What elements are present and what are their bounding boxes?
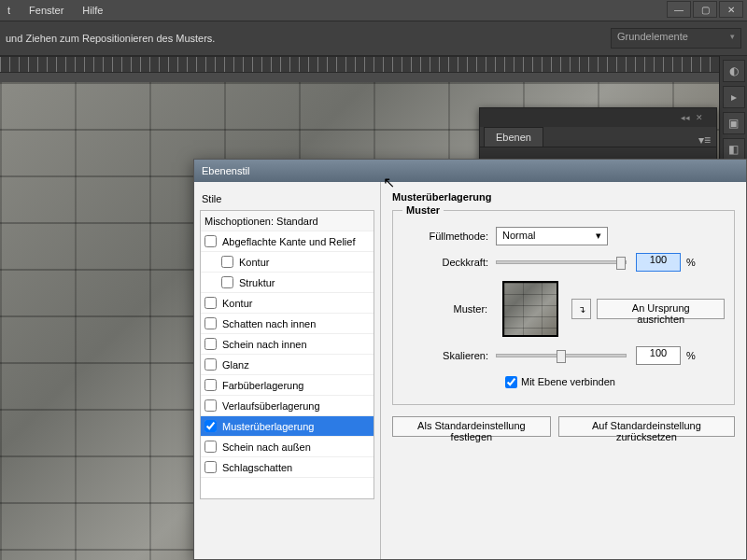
style-checkbox[interactable] [204, 399, 217, 412]
panel-menu-icon[interactable]: ▾≡ [698, 133, 711, 147]
dialog-titlebar[interactable]: Ebenenstil [194, 160, 746, 182]
reset-default-button[interactable]: Auf Standardeinstellung zurücksetzen [558, 416, 735, 437]
style-label: Schatten nach innen [222, 318, 316, 329]
blend-mode-label: Füllmethode: [402, 231, 496, 242]
style-checkbox[interactable] [204, 338, 217, 350]
options-bar: und Ziehen zum Repositionieren des Muste… [0, 21, 747, 56]
dialog-title: Ebenenstil [202, 165, 249, 176]
style-checkbox[interactable] [221, 276, 233, 288]
options-hint: und Ziehen zum Repositionieren des Muste… [6, 33, 215, 44]
tool-icon[interactable]: ▣ [723, 112, 745, 134]
ruler-horizontal [0, 56, 747, 73]
style-checkbox[interactable] [204, 420, 217, 432]
menubar[interactable]: t Fenster Hilfe [0, 0, 747, 21]
percent-label: % [686, 350, 696, 361]
minimize-button[interactable]: — [667, 1, 691, 18]
style-label: Glanz [222, 359, 249, 371]
make-default-button[interactable]: Als Standardeinstellung festlegen [392, 416, 551, 437]
style-checkbox[interactable] [204, 441, 217, 453]
style-label: Musterüberlagerung [222, 421, 314, 432]
blend-mode-select[interactable]: Normal [496, 227, 608, 245]
opacity-input[interactable]: 100 [636, 253, 681, 272]
style-item[interactable]: Schein nach außen [201, 437, 374, 457]
blending-options-row[interactable]: Mischoptionen: Standard [201, 211, 374, 231]
menu-item-fenster[interactable]: Fenster [29, 5, 63, 16]
style-label: Schlagschatten [222, 462, 292, 473]
styles-label: Stile [200, 189, 374, 210]
style-checkbox[interactable] [204, 358, 217, 371]
style-checkbox[interactable] [204, 379, 217, 391]
style-checkbox[interactable] [204, 297, 217, 309]
style-checkbox[interactable] [204, 235, 217, 247]
pattern-swatch[interactable] [502, 281, 558, 337]
styles-box[interactable]: Mischoptionen: StandardAbgeflachte Kante… [200, 210, 374, 499]
style-item[interactable]: Struktur [201, 273, 374, 293]
style-label: Schein nach außen [222, 441, 311, 453]
pattern-group: Muster Füllmethode: Normal Deckkraft: 10… [392, 204, 735, 405]
workspace-dropdown[interactable]: Grundelemente [611, 28, 741, 49]
section-title: Musterüberlagerung [392, 191, 735, 203]
dialog-settings: Musterüberlagerung Muster Füllmethode: N… [381, 182, 746, 559]
scale-input[interactable]: 100 [636, 346, 681, 365]
close-button[interactable]: ✕ [719, 1, 743, 18]
style-label: Verlaufsüberlagerung [222, 400, 320, 412]
tab-ebenen[interactable]: Ebenen [484, 127, 543, 147]
arrow-icon[interactable]: ▸ [723, 86, 745, 108]
link-layer-label[interactable]: Mit Ebene verbinden [521, 376, 615, 387]
scale-label: Skalieren: [402, 350, 496, 361]
style-checkbox[interactable] [204, 461, 217, 473]
style-item[interactable]: Abgeflachte Kante und Relief [201, 231, 374, 252]
maximize-button[interactable]: ▢ [693, 1, 717, 18]
dialog-styles-list: Stile Mischoptionen: StandardAbgeflachte… [194, 182, 381, 559]
opacity-label: Deckkraft: [402, 257, 496, 268]
menu-item[interactable]: t [7, 5, 10, 16]
style-item[interactable]: Farbüberlagerung [201, 375, 374, 396]
opacity-slider[interactable] [496, 260, 627, 264]
style-item[interactable]: Musterüberlagerung [201, 416, 374, 437]
style-label: Farbüberlagerung [222, 380, 303, 391]
dock-collapse-icon[interactable]: ◂◂ [681, 113, 690, 122]
menu-item-hilfe[interactable]: Hilfe [82, 5, 103, 16]
style-item[interactable]: Kontur [201, 252, 374, 273]
pattern-label: Muster: [402, 303, 495, 315]
style-item[interactable]: Kontur [201, 293, 374, 314]
style-label: Kontur [239, 257, 269, 268]
style-label: Abgeflachte Kante und Relief [222, 236, 356, 247]
style-item[interactable]: Schlagschatten [201, 457, 374, 478]
style-item[interactable]: Glanz [201, 355, 374, 375]
style-label: Struktur [239, 277, 275, 288]
pattern-picker-icon[interactable]: ↴ [571, 299, 592, 319]
style-item[interactable]: Schein nach innen [201, 334, 374, 355]
snap-origin-button[interactable]: An Ursprung ausrichten [597, 299, 725, 319]
style-checkbox[interactable] [221, 256, 233, 268]
window-controls: — ▢ ✕ [663, 0, 747, 21]
style-item[interactable]: Schatten nach innen [201, 314, 374, 334]
panel-dock-header[interactable]: ◂◂ ✕ [480, 108, 716, 127]
style-checkbox[interactable] [204, 317, 217, 329]
panel-close-icon[interactable]: ✕ [696, 113, 703, 122]
style-label: Kontur [222, 298, 252, 309]
link-layer-checkbox[interactable] [505, 376, 517, 388]
layer-style-dialog: Ebenenstil Stile Mischoptionen: Standard… [193, 159, 747, 560]
style-item[interactable]: Verlaufsüberlagerung [201, 396, 374, 416]
color-icon[interactable]: ◐ [723, 60, 745, 82]
tool-icon[interactable]: ◧ [723, 138, 745, 161]
scale-slider[interactable] [496, 354, 627, 357]
group-legend: Muster [402, 204, 444, 216]
style-label: Schein nach innen [222, 339, 307, 350]
percent-label: % [686, 257, 696, 268]
